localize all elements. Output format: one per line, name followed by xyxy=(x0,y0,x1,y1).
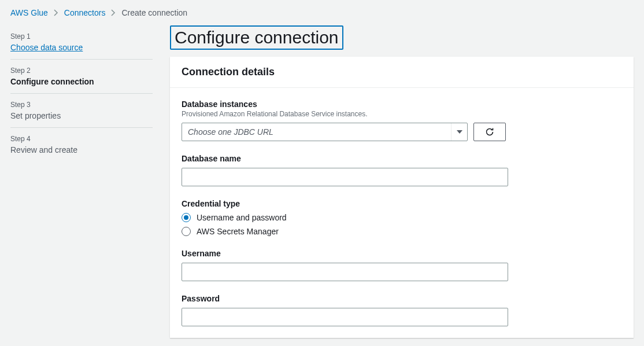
breadcrumb-aws-glue[interactable]: AWS Glue xyxy=(10,8,48,17)
radio-label: Username and password xyxy=(197,213,287,222)
panel-header: Connection details xyxy=(170,57,634,88)
step-number: Step 1 xyxy=(10,32,153,41)
radio-icon xyxy=(182,227,191,236)
page-title: Configure connection xyxy=(170,25,343,50)
field-label: Database instances xyxy=(182,100,622,109)
step-4: Step 4 Review and create xyxy=(10,128,153,161)
step-3: Step 3 Set properties xyxy=(10,94,153,128)
radio-label: AWS Secrets Manager xyxy=(197,227,279,236)
connection-details-panel: Connection details Database instances Pr… xyxy=(170,57,634,338)
step-title: Review and create xyxy=(10,145,153,154)
field-database-name: Database name xyxy=(182,154,622,186)
radio-icon xyxy=(182,213,191,222)
step-1[interactable]: Step 1 Choose data source xyxy=(10,25,153,60)
database-name-input[interactable] xyxy=(182,168,508,186)
field-password: Password xyxy=(182,294,622,326)
breadcrumb-connectors[interactable]: Connectors xyxy=(64,8,106,17)
breadcrumb-current: Create connection xyxy=(121,8,187,17)
step-2: Step 2 Configure connection xyxy=(10,60,153,94)
password-input[interactable] xyxy=(182,308,508,326)
field-description: Provisioned Amazon Relational Database S… xyxy=(182,110,622,118)
chevron-right-icon xyxy=(54,9,58,16)
wizard-steps: Step 1 Choose data source Step 2 Configu… xyxy=(10,25,153,161)
step-number: Step 2 xyxy=(10,67,153,75)
step-number: Step 3 xyxy=(10,101,153,109)
step-title[interactable]: Choose data source xyxy=(10,43,153,52)
step-number: Step 4 xyxy=(10,135,153,143)
field-label: Password xyxy=(182,294,622,303)
field-label: Username xyxy=(182,249,622,258)
chevron-right-icon xyxy=(111,9,116,16)
select-placeholder: Choose one JDBC URL xyxy=(188,127,273,137)
field-credential-type: Credential type Username and password AW… xyxy=(182,199,622,236)
username-input[interactable] xyxy=(182,263,508,281)
step-title: Configure connection xyxy=(10,77,153,86)
caret-down-icon xyxy=(451,123,467,141)
refresh-button[interactable] xyxy=(473,123,506,141)
field-label: Database name xyxy=(182,154,622,163)
refresh-icon xyxy=(485,127,494,137)
breadcrumb: AWS Glue Connectors Create connection xyxy=(0,0,644,25)
database-instances-select[interactable]: Choose one JDBC URL xyxy=(182,123,468,141)
field-database-instances: Database instances Provisioned Amazon Re… xyxy=(182,100,622,141)
radio-username-password[interactable]: Username and password xyxy=(182,213,622,222)
field-username: Username xyxy=(182,249,622,281)
field-label: Credential type xyxy=(182,199,622,208)
step-title: Set properties xyxy=(10,111,153,120)
radio-aws-secrets-manager[interactable]: AWS Secrets Manager xyxy=(182,227,622,236)
